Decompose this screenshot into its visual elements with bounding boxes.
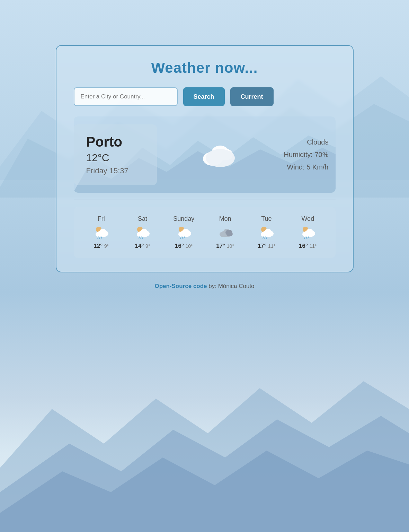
svg-marker-2 bbox=[0, 381, 409, 532]
humidity-text: Humidity: 70% bbox=[284, 148, 329, 161]
weather-icon-center bbox=[157, 141, 277, 168]
forecast-day-fri: Fri 12° 9° bbox=[84, 215, 118, 250]
forecast-day-name-wed: Wed bbox=[301, 215, 314, 223]
svg-point-42 bbox=[265, 229, 272, 235]
svg-point-12 bbox=[206, 149, 235, 167]
forecast-icon-sat bbox=[134, 226, 151, 239]
svg-line-45 bbox=[266, 237, 267, 239]
footer: Open-Source code by: Mónica Couto bbox=[154, 283, 254, 290]
forecast-day-name-sun: Sunday bbox=[173, 215, 194, 223]
forecast-day-name-mon: Mon bbox=[219, 215, 231, 223]
svg-point-38 bbox=[226, 232, 233, 236]
weather-info-right: Clouds Humidity: 70% Wind: 5 Km/h bbox=[277, 126, 336, 183]
svg-line-43 bbox=[263, 237, 264, 239]
forecast-day-wed: Wed 16° 11° bbox=[291, 215, 325, 250]
forecast-temps-wed: 16° 11° bbox=[299, 243, 317, 250]
svg-point-16 bbox=[99, 229, 106, 235]
svg-line-26 bbox=[142, 237, 143, 239]
weather-area: Porto 12°C Friday 15:37 Clouds Humidity:… bbox=[74, 116, 336, 193]
forecast-temps-sat: 14° 9° bbox=[135, 243, 150, 250]
forecast-day-sat: Sat 14° 9° bbox=[125, 215, 160, 250]
datetime: Friday 15:37 bbox=[86, 166, 144, 175]
forecast-temps-sun: 16° 10° bbox=[175, 243, 193, 250]
search-button[interactable]: Search bbox=[183, 87, 225, 106]
search-input[interactable] bbox=[74, 87, 178, 106]
svg-marker-3 bbox=[0, 416, 409, 532]
forecast-icon-sun bbox=[175, 226, 193, 239]
forecast-day-tue: Tue 17° 11° bbox=[249, 215, 284, 250]
forecast-temps-tue: 17° 11° bbox=[258, 243, 276, 250]
city-name: Porto bbox=[86, 134, 144, 150]
forecast-temps-fri: 12° 9° bbox=[94, 243, 109, 250]
svg-point-30 bbox=[182, 229, 189, 235]
forecast-day-sun: Sunday 16° 10° bbox=[167, 215, 201, 250]
svg-line-52 bbox=[308, 237, 309, 239]
weather-card: Weather now... Search Current Porto 12°C… bbox=[56, 45, 354, 272]
condition-text: Clouds bbox=[284, 136, 329, 148]
svg-line-24 bbox=[139, 237, 140, 239]
svg-line-19 bbox=[101, 237, 102, 239]
page-title: Weather now... bbox=[74, 60, 336, 76]
footer-text: by: Mónica Couto bbox=[207, 283, 255, 289]
cloud-icon bbox=[196, 141, 238, 168]
forecast-day-mon: Mon 17° 10° bbox=[208, 215, 242, 250]
svg-line-50 bbox=[304, 237, 305, 239]
forecast-icon-tue bbox=[258, 226, 275, 239]
forecast-container: Fri 12° 9° Sat bbox=[74, 207, 336, 258]
forecast-day-name-tue: Tue bbox=[261, 215, 272, 223]
forecast-day-name-sat: Sat bbox=[138, 215, 147, 223]
forecast-icon-wed bbox=[299, 226, 317, 239]
svg-line-31 bbox=[180, 237, 181, 239]
forecast-row: Fri 12° 9° Sat bbox=[81, 215, 329, 250]
search-row: Search Current bbox=[74, 87, 336, 106]
wind-text: Wind: 5 Km/h bbox=[284, 161, 329, 173]
section-divider bbox=[74, 200, 336, 200]
footer-link[interactable]: Open-Source code bbox=[154, 283, 207, 289]
svg-point-49 bbox=[306, 229, 313, 235]
weather-info-left: Porto 12°C Friday 15:37 bbox=[74, 124, 157, 185]
temperature: 12°C bbox=[86, 152, 144, 164]
forecast-icon-fri bbox=[92, 226, 110, 239]
forecast-icon-mon bbox=[216, 226, 234, 239]
svg-point-23 bbox=[141, 229, 148, 235]
forecast-temps-mon: 17° 10° bbox=[216, 243, 234, 250]
svg-line-33 bbox=[184, 237, 185, 239]
current-button[interactable]: Current bbox=[230, 87, 274, 106]
forecast-day-name-fri: Fri bbox=[98, 215, 105, 223]
svg-line-17 bbox=[98, 237, 98, 239]
svg-marker-4 bbox=[0, 451, 409, 532]
